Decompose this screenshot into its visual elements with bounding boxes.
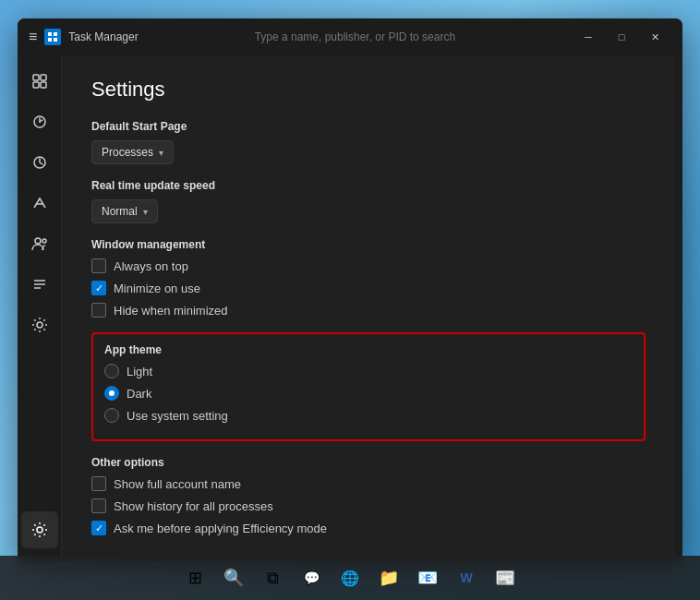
update-speed-dropdown[interactable]: Normal ▾ xyxy=(91,199,158,223)
radio-system[interactable]: Use system setting xyxy=(104,408,633,423)
section-other-options: Other options Show full account name Sho… xyxy=(91,456,646,535)
svg-point-11 xyxy=(35,238,41,244)
window-body: Settings Default Start Page Processes ▾ … xyxy=(18,55,682,563)
app-icon xyxy=(44,29,61,45)
checkbox-always-on-top-input[interactable] xyxy=(91,258,106,273)
taskbar-edge[interactable]: 🌐 xyxy=(333,561,367,594)
checkbox-minimize-on-use-label: Minimize on use xyxy=(114,282,200,295)
svg-point-17 xyxy=(37,527,42,533)
radio-light[interactable]: Light xyxy=(104,364,633,378)
checkbox-show-history-input[interactable] xyxy=(91,498,106,513)
radio-dark[interactable]: Dark xyxy=(104,386,633,401)
checkbox-always-on-top[interactable]: Always on top xyxy=(91,258,646,273)
section-window-management: Window management Always on top Minimize… xyxy=(91,238,646,318)
svg-rect-7 xyxy=(41,82,46,88)
task-manager-window: ≡ Task Manager ─ □ ✕ xyxy=(18,18,682,563)
sidebar-item-performance[interactable] xyxy=(21,103,58,140)
svg-rect-2 xyxy=(48,38,52,42)
page-title: Settings xyxy=(91,78,646,102)
other-options-label: Other options xyxy=(91,456,646,469)
title-bar: ≡ Task Manager ─ □ ✕ xyxy=(18,18,682,55)
checkbox-show-account-name-label: Show full account name xyxy=(114,477,241,491)
checkbox-hide-when-minimized-input[interactable] xyxy=(91,303,106,318)
maximize-button[interactable]: □ xyxy=(605,24,638,50)
radio-dark-input[interactable] xyxy=(104,386,119,401)
taskbar: ⊞ 🔍 ⧉ 💬 🌐 📁 📧 W 📰 xyxy=(0,556,700,600)
svg-rect-5 xyxy=(41,75,46,80)
window-title: Task Manager xyxy=(68,30,138,43)
taskbar-word[interactable]: W xyxy=(450,561,483,594)
checkbox-show-account-name-input[interactable] xyxy=(91,476,106,491)
svg-rect-3 xyxy=(54,38,57,42)
sidebar xyxy=(18,55,62,563)
sidebar-item-startup[interactable] xyxy=(21,185,58,222)
dropdown-arrow2-icon: ▾ xyxy=(143,207,148,217)
checkbox-hide-when-minimized-label: Hide when minimized xyxy=(114,304,228,318)
update-speed-value: Normal xyxy=(102,205,138,218)
dropdown-arrow-icon: ▾ xyxy=(159,148,163,158)
taskbar-search[interactable]: 🔍 xyxy=(217,561,250,594)
taskbar-mail[interactable]: 📧 xyxy=(411,561,444,594)
title-bar-left: ≡ Task Manager xyxy=(29,29,139,45)
sidebar-item-users[interactable] xyxy=(21,225,58,262)
radio-light-input[interactable] xyxy=(104,364,119,378)
svg-rect-4 xyxy=(33,75,39,80)
radio-system-input[interactable] xyxy=(104,408,119,423)
svg-point-16 xyxy=(37,322,42,328)
taskbar-explorer[interactable]: 📁 xyxy=(372,561,405,594)
taskbar-chat[interactable]: 💬 xyxy=(295,561,328,594)
scrollbar[interactable] xyxy=(675,55,682,563)
default-start-page-dropdown[interactable]: Processes ▾ xyxy=(91,140,174,164)
section-default-start-page: Default Start Page Processes ▾ xyxy=(91,120,646,164)
svg-rect-0 xyxy=(48,32,52,36)
radio-light-label: Light xyxy=(127,365,152,378)
default-start-page-label: Default Start Page xyxy=(91,120,646,133)
section-update-speed: Real time update speed Normal ▾ xyxy=(91,179,646,223)
hamburger-icon[interactable]: ≡ xyxy=(29,29,37,45)
taskbar-taskview[interactable]: ⧉ xyxy=(256,561,289,594)
checkbox-efficiency-mode-label: Ask me before applying Efficiency mode xyxy=(114,522,327,535)
sidebar-item-settings[interactable] xyxy=(21,511,58,548)
svg-rect-1 xyxy=(54,32,57,36)
taskbar-news[interactable]: 📰 xyxy=(489,561,522,594)
checkbox-efficiency-mode[interactable]: Ask me before applying Efficiency mode xyxy=(91,521,646,535)
checkbox-hide-when-minimized[interactable]: Hide when minimized xyxy=(91,303,646,318)
sidebar-item-details[interactable] xyxy=(21,266,58,303)
checkbox-show-history-label: Show history for all processes xyxy=(114,499,273,513)
update-speed-label: Real time update speed xyxy=(91,179,646,192)
svg-point-12 xyxy=(42,239,46,243)
svg-rect-6 xyxy=(33,82,39,88)
checkbox-always-on-top-label: Always on top xyxy=(114,259,188,273)
main-content: Settings Default Start Page Processes ▾ … xyxy=(62,55,675,563)
radio-dark-label: Dark xyxy=(127,387,151,401)
checkbox-efficiency-mode-input[interactable] xyxy=(91,521,106,535)
app-theme-label: App theme xyxy=(104,343,633,356)
window-controls: ─ □ ✕ xyxy=(572,24,671,50)
minimize-button[interactable]: ─ xyxy=(572,24,605,50)
checkbox-show-account-name[interactable]: Show full account name xyxy=(91,476,646,491)
checkbox-show-history[interactable]: Show history for all processes xyxy=(91,498,646,513)
search-input[interactable] xyxy=(194,30,516,43)
section-app-theme: App theme Light Dark Use system setting xyxy=(91,332,646,441)
sidebar-item-processes[interactable] xyxy=(21,63,58,100)
checkbox-minimize-on-use[interactable]: Minimize on use xyxy=(91,281,646,295)
taskbar-start[interactable]: ⊞ xyxy=(178,561,211,594)
close-button[interactable]: ✕ xyxy=(638,24,671,50)
radio-system-label: Use system setting xyxy=(127,409,228,423)
sidebar-item-history[interactable] xyxy=(21,144,58,181)
default-start-page-value: Processes xyxy=(102,146,153,159)
checkbox-minimize-on-use-input[interactable] xyxy=(91,281,106,295)
sidebar-item-services[interactable] xyxy=(21,306,58,343)
window-management-label: Window management xyxy=(91,238,646,251)
